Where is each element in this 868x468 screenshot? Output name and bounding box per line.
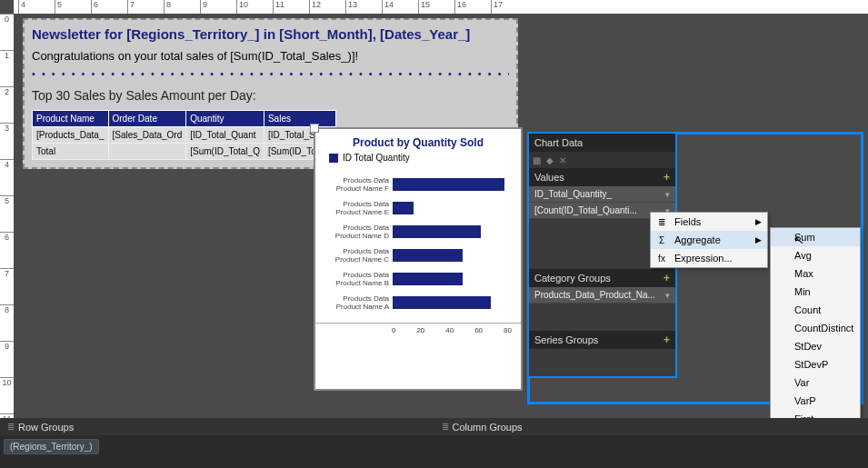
bar[interactable]: [393, 202, 414, 214]
report-congrats-text[interactable]: Congratulations on your total sales of […: [32, 49, 509, 63]
resize-handle[interactable]: [310, 124, 319, 133]
table-header[interactable]: Order Date: [108, 111, 186, 127]
row-group-chip[interactable]: (Regions_Territory_): [4, 439, 99, 454]
series-section-header[interactable]: Series Groups +: [529, 331, 675, 349]
aggregate-varp[interactable]: VarP: [771, 392, 860, 410]
category-drop-area[interactable]: [529, 304, 675, 331]
bar[interactable]: [393, 273, 463, 285]
axis-tick: 40: [445, 326, 454, 334]
aggregate-max[interactable]: Max: [771, 264, 860, 283]
chart-data-toolbar[interactable]: ▦ ◆ ✕: [529, 152, 675, 168]
section-label: Category Groups: [534, 273, 611, 284]
aggregate-count[interactable]: Count: [771, 301, 860, 319]
row-groups-label: Row Groups: [18, 422, 74, 433]
report-subtitle[interactable]: Top 30 Sales by Sales Amount per Day:: [32, 88, 509, 103]
aggregate-sum[interactable]: Sum: [771, 228, 860, 246]
table-cell[interactable]: [Sales_Data_Ord: [108, 127, 186, 144]
aggregate-stdevp[interactable]: StDevP: [771, 355, 860, 373]
dropdown-arrow-icon[interactable]: ▾: [665, 291, 670, 300]
add-value-icon[interactable]: +: [663, 171, 670, 184]
submenu-arrow-icon: ▶: [755, 217, 762, 226]
add-series-icon[interactable]: +: [663, 334, 670, 346]
chart-plot-area[interactable]: Products Data Product Name F Products Da…: [315, 168, 521, 319]
table-cell[interactable]: [108, 144, 186, 160]
horizontal-ruler: 4567891011121314151617: [14, 0, 868, 14]
menu-item-aggregate[interactable]: ΣAggregate▶: [651, 231, 767, 249]
chart-legend[interactable]: ID Total Quantity: [315, 153, 521, 168]
legend-label: ID Total Quantity: [343, 153, 410, 163]
column-groups-icon: ≣: [442, 422, 449, 432]
field-item[interactable]: Products_Data_Product_Na...▾: [529, 287, 675, 304]
section-label: Series Groups: [534, 334, 598, 345]
bar[interactable]: [393, 178, 504, 191]
category-section-header[interactable]: Category Groups +: [529, 269, 675, 287]
axis-tick: 0: [392, 326, 395, 334]
aggregate-countdistinct[interactable]: CountDistinct: [771, 319, 860, 337]
chart-x-axis: 020406080: [315, 323, 521, 334]
column-groups-header[interactable]: ≣ Column Groups: [434, 422, 869, 433]
add-category-icon[interactable]: +: [663, 272, 670, 284]
field-context-menu[interactable]: ≣Fields▶ΣAggregate▶fxExpression...: [650, 212, 768, 268]
menu-item-fields[interactable]: ≣Fields▶: [651, 213, 767, 231]
column-groups-label: Column Groups: [453, 422, 523, 433]
expression...-icon: fx: [654, 254, 669, 264]
bar-label: Products Data Product Name E: [320, 200, 393, 216]
aggregate-icon: Σ: [654, 235, 669, 245]
axis-tick: 60: [474, 326, 483, 334]
bar[interactable]: [393, 249, 463, 262]
bar[interactable]: [393, 225, 481, 238]
table-cell[interactable]: Total: [33, 144, 109, 160]
aggregate-min[interactable]: Min: [771, 283, 860, 301]
table-header[interactable]: Sales: [264, 111, 335, 127]
bar-label: Products Data Product Name D: [320, 224, 393, 240]
bar-label: Products Data Product Name C: [320, 247, 393, 264]
table-cell[interactable]: [Sum(ID_Total_Q: [186, 144, 264, 160]
bar[interactable]: [393, 296, 491, 309]
aggregate-avg[interactable]: Avg: [771, 246, 860, 264]
bar-label: Products Data Product Name A: [320, 294, 393, 311]
design-surface[interactable]: Newsletter for [Regions_Territory_] in […: [14, 14, 868, 413]
table-cell[interactable]: [ID_Total_Quant: [186, 127, 264, 144]
legend-swatch: [329, 154, 338, 163]
toolbar-icon[interactable]: ◆: [546, 155, 554, 165]
row-groups-icon: ≣: [7, 422, 15, 432]
vertical-ruler: 01234567891011: [0, 14, 14, 468]
toolbar-icon[interactable]: ▦: [533, 155, 541, 165]
divider-dots: • • • • • • • • • • • • • • • • • • • • …: [32, 68, 509, 77]
values-section-header[interactable]: Values +: [529, 168, 675, 186]
chart-title[interactable]: Product by Quantity Sold: [315, 129, 521, 153]
table-cell[interactable]: [Products_Data_: [33, 127, 109, 144]
groups-panel[interactable]: ≣ Row Groups ≣ Column Groups (Regions_Te…: [0, 418, 868, 468]
aggregate-stdev[interactable]: StDev: [771, 337, 860, 355]
sales-table[interactable]: Product NameOrder DateQuantitySales [Pro…: [32, 110, 336, 160]
chart-region[interactable]: Product by Quantity Sold ID Total Quanti…: [314, 127, 523, 391]
table-header[interactable]: Product Name: [33, 111, 109, 127]
bar-label: Products Data Product Name B: [320, 271, 393, 287]
series-drop-area[interactable]: [529, 349, 675, 376]
fields-icon: ≣: [654, 217, 669, 227]
row-groups-header[interactable]: ≣ Row Groups: [0, 422, 434, 433]
bar-label: Products Data Product Name F: [320, 176, 393, 193]
dropdown-arrow-icon[interactable]: ▾: [665, 190, 670, 199]
axis-tick: 20: [416, 326, 424, 334]
section-label: Values: [534, 172, 564, 183]
aggregate-var[interactable]: Var: [771, 373, 860, 392]
field-item[interactable]: ID_Total_Quantity_▾: [529, 186, 675, 203]
submenu-arrow-icon: ▶: [755, 235, 762, 244]
chart-data-title: Chart Data: [529, 134, 675, 152]
report-title[interactable]: Newsletter for [Regions_Territory_] in […: [32, 26, 509, 42]
menu-item-expression[interactable]: fxExpression...: [651, 249, 767, 267]
delete-icon[interactable]: ✕: [559, 155, 566, 165]
table-header[interactable]: Quantity: [186, 111, 264, 127]
axis-tick: 80: [504, 326, 512, 334]
